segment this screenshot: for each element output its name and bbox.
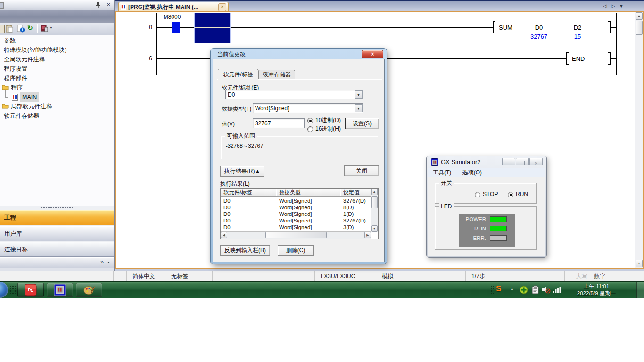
change-value-dialog: 当前值更改 × 软元件/标签 缓冲存储器 软元件/标签(E) D0 ▼ 数据类型… xyxy=(211,49,387,264)
instruction-op[interactable]: SUM xyxy=(499,24,512,31)
table-row[interactable]: D0Word[Signed]32767(D) xyxy=(221,197,364,204)
datatype-combobox[interactable]: Word[Signed] ▼ xyxy=(253,103,363,113)
dropdown-icon[interactable]: ▼ xyxy=(355,104,363,112)
close-button[interactable]: × xyxy=(529,158,543,165)
instruction-arg2[interactable]: D2 xyxy=(566,24,589,31)
instruction-arg1[interactable]: D0 xyxy=(527,24,551,31)
led-row-run: RUN xyxy=(459,225,515,234)
tree-item-global-comment[interactable]: 全局软元件注释 xyxy=(0,55,114,64)
taskbar-button-paint[interactable] xyxy=(76,283,102,297)
scroll-thumb[interactable] xyxy=(371,196,378,208)
table-row[interactable]: D0Word[Signed]8(D) xyxy=(221,204,364,211)
delete-button[interactable]: 删除(C) xyxy=(278,245,314,256)
sogou-tray-icon[interactable]: S xyxy=(496,284,501,294)
navigation-band xyxy=(0,10,114,23)
value-input[interactable] xyxy=(253,118,305,128)
chevron-icon[interactable]: » xyxy=(100,259,104,265)
simulator-menubar: 工具(T) 选项(O) xyxy=(428,168,545,178)
dropdown-icon[interactable]: ▼ xyxy=(107,261,110,264)
col-header-device[interactable]: 软元件/标签 xyxy=(221,189,276,197)
volume-muted-icon[interactable] xyxy=(542,286,551,294)
start-orb[interactable] xyxy=(0,282,8,298)
scroll-thumb[interactable] xyxy=(265,232,327,238)
led-row-err: ERR. xyxy=(459,234,515,244)
scroll-right-button[interactable]: ▶ xyxy=(364,232,371,238)
clipboard-tray-icon[interactable] xyxy=(531,285,539,294)
menu-tools[interactable]: 工具(T) xyxy=(428,168,456,177)
splitter-grip[interactable] xyxy=(41,206,74,209)
panel-tab-connection[interactable]: 连接目标 xyxy=(0,242,114,257)
table-row[interactable]: D0Word[Signed]3(D) xyxy=(221,224,364,230)
radio-hexadecimal[interactable]: 16进制(H) xyxy=(307,124,341,133)
close-button[interactable]: 关闭 xyxy=(344,165,379,176)
col-header-setvalue[interactable]: 设定值 xyxy=(340,189,371,197)
navigation-header: × xyxy=(0,0,114,11)
col-header-datatype[interactable]: 数据类型 xyxy=(276,189,340,197)
tab-close-icon[interactable]: × xyxy=(218,3,226,11)
dropdown-icon[interactable]: ▼ xyxy=(355,90,363,99)
tree-item-local-comment[interactable]: 局部软元件注释 xyxy=(0,102,114,111)
maximize-button[interactable] xyxy=(516,158,529,165)
gx-simulator-window: GX Simulator2 — × 工具(T) 选项(O) 开关 STOP RU… xyxy=(427,156,546,257)
scroll-up-button[interactable]: ▲ xyxy=(371,189,378,195)
scroll-up-button[interactable]: ▲ xyxy=(636,12,643,20)
device-combobox[interactable]: D0 ▼ xyxy=(225,90,363,99)
scroll-down-button[interactable]: ▼ xyxy=(636,260,643,267)
instruction-op-end[interactable]: END xyxy=(572,55,585,62)
left-power-rail xyxy=(156,13,157,75)
tree-connector xyxy=(5,90,10,98)
table-row[interactable]: D0Word[Signed]1(D) xyxy=(221,211,364,217)
table-row[interactable]: D0Word[Signed]32767(D) xyxy=(221,217,364,224)
panel-tab-project[interactable]: 工程 xyxy=(0,210,114,225)
refresh-icon[interactable]: ↻ xyxy=(27,24,33,32)
tree-item-device-memory[interactable]: 软元件存储器 xyxy=(0,111,114,121)
radio-run[interactable]: RUN xyxy=(508,190,528,198)
navigation-toolbar: i ↻ ▼ xyxy=(0,23,114,35)
paste-icon[interactable] xyxy=(6,25,13,33)
doc-info-icon[interactable]: i xyxy=(17,25,25,33)
tree-item-main[interactable]: MAIN xyxy=(0,92,114,102)
panel-tab-user-library[interactable]: 用户库 xyxy=(0,226,114,241)
clipboard-copy-icon[interactable] xyxy=(0,25,5,33)
status-bar: 简体中文 无标签 FX3U/FX3UC 模拟 1/7步 大写 数字 xyxy=(0,271,644,281)
minimize-button[interactable]: — xyxy=(502,158,515,165)
taskbar-button-gxworks2[interactable] xyxy=(17,283,44,297)
tab-scroll-left-icon[interactable]: ◁ xyxy=(603,3,611,8)
ladder-selection-cursor[interactable] xyxy=(194,13,231,43)
dialog-close-button[interactable]: × xyxy=(362,50,383,58)
tray-clock[interactable]: 上午 11:01 2022/5/9 星期一 xyxy=(566,283,627,297)
led-row-power: POWER xyxy=(459,215,515,225)
device-display-icon[interactable] xyxy=(40,24,49,33)
document-tab[interactable]: [PRG]监视 执行中 MAIN (... × xyxy=(118,2,229,12)
contact-m8000-on[interactable] xyxy=(172,22,180,33)
tab-list-icon[interactable]: ▼ xyxy=(619,3,628,8)
dropdown-icon[interactable]: ▼ xyxy=(50,26,53,29)
set-button[interactable]: 设置(S) xyxy=(345,118,379,129)
tray-expand-icon[interactable]: ▲ xyxy=(510,287,514,291)
tree-item-program-setting[interactable]: 程序设置 xyxy=(0,64,114,74)
pin-icon[interactable] xyxy=(95,2,101,8)
antivirus-tray-icon[interactable] xyxy=(520,286,528,294)
power-led-on xyxy=(490,216,507,222)
radio-decimal[interactable]: 10进制(D) xyxy=(307,116,341,124)
run-led-on xyxy=(490,226,507,231)
window-title: GX Simulator2 xyxy=(441,158,481,165)
tree-item-parameters[interactable]: 参数 xyxy=(0,36,114,45)
tree-item-special-modules[interactable]: 特殊模块(智能功能模块) xyxy=(0,45,114,55)
network-signal-icon[interactable] xyxy=(553,286,561,293)
execution-result-button[interactable]: 执行结果(R)▲ xyxy=(220,166,264,177)
scroll-left-button[interactable]: ◀ xyxy=(221,232,227,238)
taskbar-button-gxsimulator[interactable] xyxy=(47,283,73,297)
close-icon[interactable]: × xyxy=(107,1,110,8)
reflect-to-input-button[interactable]: 反映到输入栏(B) xyxy=(220,245,270,256)
tree-item-pou[interactable]: 程序部件 xyxy=(0,74,114,83)
tab-device-label[interactable]: 软元件/标签 xyxy=(218,69,258,80)
show-desktop-button[interactable] xyxy=(636,282,644,298)
tree-item-program[interactable]: 程序 xyxy=(0,83,114,92)
scroll-down-button[interactable]: ▼ xyxy=(371,225,378,232)
menu-options[interactable]: 选项(O) xyxy=(458,168,487,177)
radio-stop[interactable]: STOP xyxy=(475,190,498,198)
scroll-thumb[interactable] xyxy=(636,21,643,35)
tab-scroll-right-icon[interactable]: ▷ xyxy=(611,3,619,8)
tab-buffer-memory[interactable]: 缓冲存储器 xyxy=(258,70,295,79)
